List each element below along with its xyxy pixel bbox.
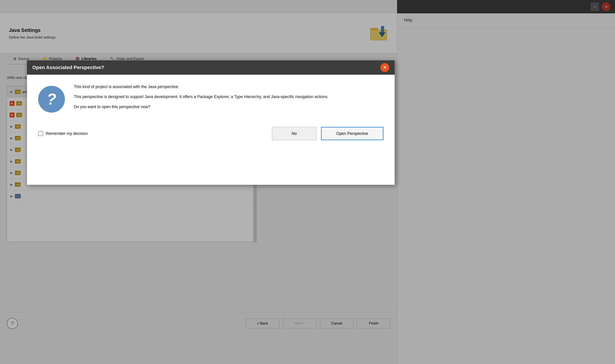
dialog-buttons: No Open Perspective bbox=[272, 127, 384, 140]
question-mark: ? bbox=[47, 91, 56, 107]
dialog-question-icon: ? bbox=[38, 86, 65, 113]
main-window: New Java Project □ ✕ Java Settings Defin… bbox=[0, 0, 615, 364]
dialog-line3: Do you want to open this perspective now… bbox=[74, 104, 384, 110]
no-button[interactable]: No bbox=[272, 127, 317, 140]
dialog-close-button[interactable]: ✕ bbox=[380, 63, 389, 72]
dialog-footer: Remember my decision No Open Perspective bbox=[27, 122, 395, 147]
remember-row: Remember my decision bbox=[38, 131, 88, 136]
dialog-title: Open Associated Perspective? bbox=[32, 65, 104, 70]
perspective-dialog: Open Associated Perspective? ✕ ? This ki… bbox=[27, 60, 395, 185]
dialog-text-area: This kind of project is associated with … bbox=[74, 84, 384, 114]
remember-label: Remember my decision bbox=[46, 131, 88, 136]
dialog-line1: This kind of project is associated with … bbox=[74, 84, 384, 90]
dialog-title-bar: Open Associated Perspective? ✕ bbox=[27, 60, 395, 75]
dialog-body: ? This kind of project is associated wit… bbox=[27, 75, 395, 122]
open-perspective-button[interactable]: Open Perspective bbox=[321, 127, 384, 140]
remember-checkbox[interactable] bbox=[38, 131, 43, 136]
dialog-line2: This perspective is designed to support … bbox=[74, 94, 384, 100]
